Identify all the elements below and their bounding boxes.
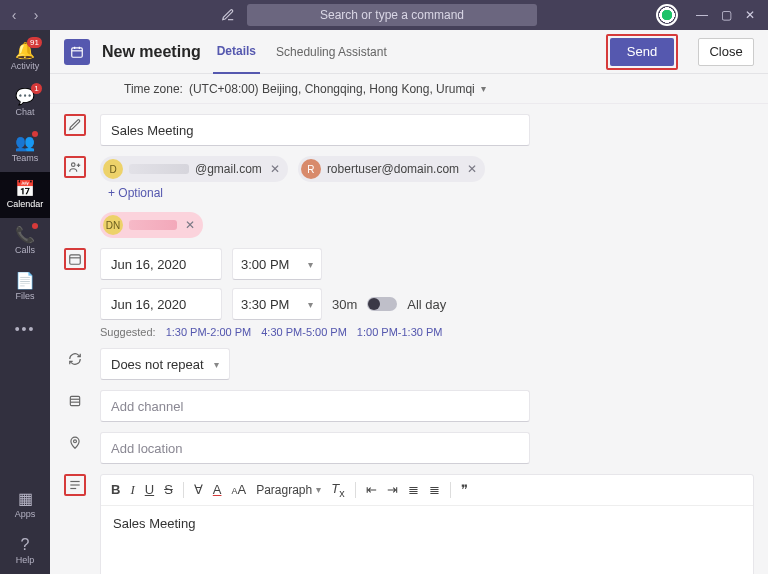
rail-label: Files — [15, 291, 34, 301]
italic-button[interactable]: I — [130, 482, 134, 498]
calendar-header-icon — [64, 39, 90, 65]
nav-back-icon[interactable]: ‹ — [6, 7, 22, 23]
start-time-input[interactable]: 3:00 PM▾ — [232, 248, 322, 280]
end-time-input[interactable]: 3:30 PM▾ — [232, 288, 322, 320]
teams-icon: 👥 — [15, 135, 35, 151]
rail-files[interactable]: 📄 Files — [0, 264, 50, 310]
timezone-value: (UTC+08:00) Beijing, Chongqing, Hong Kon… — [189, 82, 475, 96]
pencil-icon — [64, 114, 86, 136]
attendee-avatar: D — [103, 159, 123, 179]
clearformat-button[interactable]: Tx — [331, 481, 344, 499]
underline-button[interactable]: U — [145, 482, 154, 497]
tab-details[interactable]: Details — [213, 30, 260, 74]
repeat-icon — [64, 348, 86, 370]
people-icon — [64, 156, 86, 178]
bold-button[interactable]: B — [111, 482, 120, 497]
chevron-down-icon: ▾ — [308, 299, 313, 310]
window-maximize-icon[interactable]: ▢ — [714, 8, 738, 22]
duration-label: 30m — [332, 297, 357, 312]
allday-toggle[interactable] — [367, 297, 397, 311]
attendee-chip[interactable]: DN ✕ — [100, 212, 203, 238]
start-date-input[interactable]: Jun 16, 2020 — [100, 248, 222, 280]
window-minimize-icon[interactable]: — — [690, 8, 714, 22]
compose-icon[interactable] — [219, 6, 237, 24]
suggested-time[interactable]: 1:30 PM-2:00 PM — [166, 326, 252, 338]
location-icon — [64, 432, 86, 454]
channel-input[interactable]: Add channel — [100, 390, 530, 422]
rail-activity[interactable]: 91 🔔 Activity — [0, 34, 50, 80]
close-button[interactable]: Close — [698, 38, 754, 66]
search-input[interactable]: Search or type a command — [247, 4, 537, 26]
allday-label: All day — [407, 297, 446, 312]
send-highlight: Send — [606, 34, 678, 70]
outdent-button[interactable]: ⇤ — [366, 482, 377, 497]
window-close-icon[interactable]: ✕ — [738, 8, 762, 22]
suggested-time[interactable]: 1:00 PM-1:30 PM — [357, 326, 443, 338]
rail-chat[interactable]: 1 💬 Chat — [0, 80, 50, 126]
nav-forward-icon[interactable]: › — [28, 7, 44, 23]
rail-label: Activity — [11, 61, 40, 71]
fontcolor-button[interactable]: A — [213, 482, 222, 497]
rail-apps[interactable]: ▦ Apps — [0, 482, 50, 528]
title-bar: ‹ › Search or type a command — ▢ ✕ — [0, 0, 768, 30]
attendee-email-suffix: @gmail.com — [195, 162, 262, 176]
strike-button[interactable]: S — [164, 482, 173, 497]
chat-badge: 1 — [31, 83, 42, 94]
attendee-email: robertuser@domain.com — [327, 162, 459, 176]
rail-calendar[interactable]: 📅 Calendar — [0, 172, 50, 218]
rail-label: Calendar — [7, 199, 44, 209]
svg-point-12 — [74, 440, 77, 443]
rail-help[interactable]: ? Help — [0, 528, 50, 574]
description-editor[interactable]: B I U S ∀ A AA Paragraph▾ Tx ⇤ — [100, 474, 754, 574]
indent-button[interactable]: ⇥ — [387, 482, 398, 497]
teams-dot — [32, 131, 38, 137]
app-rail: 91 🔔 Activity 1 💬 Chat 👥 Teams 📅 Calenda… — [0, 30, 50, 574]
attendee-chip[interactable]: R robertuser@domain.com ✕ — [298, 156, 485, 182]
attendee-avatar: R — [301, 159, 321, 179]
timezone-row[interactable]: Time zone: (UTC+08:00) Beijing, Chongqin… — [50, 74, 768, 104]
rail-label: Calls — [15, 245, 35, 255]
location-input[interactable]: Add location — [100, 432, 530, 464]
chevron-down-icon: ▾ — [481, 83, 486, 94]
channel-icon — [64, 390, 86, 412]
rail-teams[interactable]: 👥 Teams — [0, 126, 50, 172]
description-icon — [64, 474, 86, 496]
attendee-chip[interactable]: D @gmail.com ✕ — [100, 156, 288, 182]
suggested-time[interactable]: 4:30 PM-5:00 PM — [261, 326, 347, 338]
end-date-input[interactable]: Jun 16, 2020 — [100, 288, 222, 320]
apps-icon: ▦ — [18, 491, 33, 507]
bulletlist-button[interactable]: ≣ — [408, 482, 419, 497]
attendees-input[interactable]: D @gmail.com ✕ R robertuser@domain.com ✕… — [100, 156, 550, 238]
svg-rect-0 — [72, 47, 83, 56]
page-header: New meeting Details Scheduling Assistant… — [50, 30, 768, 74]
rail-label: Apps — [15, 509, 36, 519]
optional-link[interactable]: + Optional — [108, 186, 163, 200]
rail-label: Teams — [12, 153, 39, 163]
fontsize-button[interactable]: AA — [231, 482, 246, 497]
highlight-button[interactable]: ∀ — [194, 482, 203, 497]
meeting-title-input[interactable]: Sales Meeting — [100, 114, 530, 146]
rail-calls[interactable]: 📞 Calls — [0, 218, 50, 264]
remove-icon[interactable]: ✕ — [465, 162, 479, 176]
send-button[interactable]: Send — [610, 38, 674, 66]
svg-point-4 — [72, 163, 76, 167]
activity-badge: 91 — [27, 37, 42, 48]
remove-icon[interactable]: ✕ — [183, 218, 197, 232]
avatar[interactable] — [656, 4, 678, 26]
attendee-redacted — [129, 164, 189, 174]
quote-button[interactable]: ❞ — [461, 482, 468, 497]
help-icon: ? — [21, 537, 30, 553]
chevron-down-icon: ▾ — [214, 359, 219, 370]
rte-toolbar: B I U S ∀ A AA Paragraph▾ Tx ⇤ — [101, 475, 753, 506]
description-body[interactable]: Sales Meeting — [101, 506, 753, 574]
numberlist-button[interactable]: ≣ — [429, 482, 440, 497]
remove-icon[interactable]: ✕ — [268, 162, 282, 176]
timezone-prefix: Time zone: — [124, 82, 183, 96]
files-icon: 📄 — [15, 273, 35, 289]
tab-scheduling-assistant[interactable]: Scheduling Assistant — [272, 30, 391, 74]
svg-rect-7 — [70, 255, 81, 264]
repeat-select[interactable]: Does not repeat▾ — [100, 348, 230, 380]
rail-label: Help — [16, 555, 35, 565]
paragraph-select[interactable]: Paragraph▾ — [256, 483, 321, 497]
rail-more-icon[interactable]: ••• — [15, 314, 36, 344]
